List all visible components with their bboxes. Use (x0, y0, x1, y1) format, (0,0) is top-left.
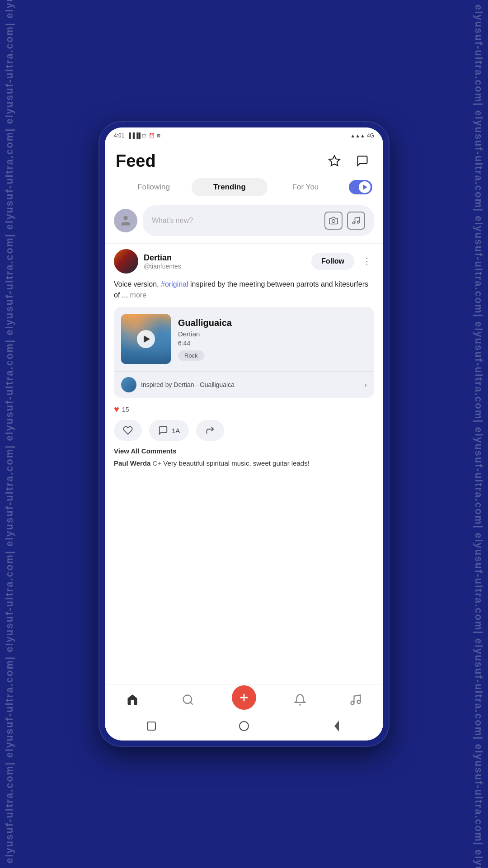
android-home-button[interactable] (236, 718, 252, 734)
view-all-comments[interactable]: View All Comments (114, 447, 374, 455)
action-buttons-row: 1A (114, 420, 374, 441)
composer-avatar (114, 209, 137, 232)
svg-line-6 (191, 702, 193, 704)
bell-icon (293, 693, 307, 707)
music-nav-icon (348, 693, 363, 707)
status-icons: ⏰ ⚙ (149, 133, 161, 139)
post-actions-right: Follow ⋮ (311, 253, 374, 270)
nav-music[interactable] (344, 691, 367, 709)
comment-emoji: C+ (153, 459, 162, 467)
avatar-image (114, 249, 138, 274)
chat-button[interactable] (352, 151, 372, 171)
android-nav (105, 713, 383, 741)
home-circle-icon (239, 721, 249, 731)
toggle-thumb (359, 181, 371, 193)
music-card: Gualliguaica Dertian 6:44 Rock Inspired … (114, 307, 374, 398)
recents-icon (147, 722, 156, 731)
add-button[interactable] (232, 685, 256, 710)
tab-following[interactable]: Following (116, 178, 192, 196)
nav-home[interactable] (121, 691, 144, 709)
commenter-name: Paul Werda (114, 459, 150, 467)
post-card: Dertian @tianfuentes Follow ⋮ Voice vers… (105, 249, 383, 476)
composer-placeholder: What's new? (152, 217, 193, 225)
comment-preview: Paul Werda C+ Very beautiful spiritual m… (114, 458, 374, 469)
android-back-button[interactable] (328, 718, 345, 734)
post-text: Voice version, #original inspired by the… (114, 279, 374, 301)
signal-bars: 4G (367, 132, 374, 139)
status-left: 4:01 ▐▐▐▌□ ⏰ ⚙ (114, 132, 161, 139)
signal-icon: ▲▲▲ (350, 133, 365, 138)
nav-notifications[interactable] (288, 691, 312, 709)
status-right: ▲▲▲ 4G (350, 132, 374, 139)
notch (230, 127, 258, 133)
autoplay-toggle[interactable] (349, 180, 372, 194)
android-recents-button[interactable] (143, 718, 160, 734)
play-button[interactable] (137, 330, 155, 348)
post-hashtag[interactable]: #original (161, 280, 188, 288)
composer-input[interactable]: What's new? (143, 205, 374, 236)
page-title: Feed (116, 151, 156, 171)
avatar (114, 249, 138, 274)
svg-point-9 (351, 702, 354, 705)
svg-marker-0 (329, 156, 339, 165)
svg-point-5 (183, 695, 192, 704)
music-title: Gualliguaica (178, 318, 367, 328)
svg-point-3 (353, 222, 355, 224)
status-battery-icon: ▐▐▐▌□ (127, 132, 145, 139)
home-icon (125, 693, 140, 707)
tab-trending[interactable]: Trending (192, 178, 267, 196)
tab-foryou[interactable]: For You (267, 178, 343, 196)
music-icon-btn[interactable] (347, 212, 365, 230)
app-content: Feed Following (105, 144, 383, 684)
divider (105, 243, 383, 244)
follow-button[interactable]: Follow (311, 253, 354, 270)
comment-button[interactable]: 1A (149, 420, 189, 441)
heart-filled-icon: ♥ (114, 404, 119, 415)
watermark-left: elyusuf-ultra.com| elyusuf-ultra.com| el… (0, 0, 19, 868)
svg-point-2 (332, 220, 335, 223)
svg-point-10 (357, 700, 360, 703)
camera-icon-btn[interactable] (324, 212, 343, 230)
share-icon (205, 425, 215, 435)
nav-search[interactable] (176, 691, 200, 709)
inspired-avatar (121, 377, 136, 392)
likes-row: ♥ 15 (114, 404, 374, 415)
header: Feed (105, 144, 383, 175)
music-genre-badge: Rock (178, 350, 204, 361)
play-icon (363, 184, 367, 190)
inspired-text: Inspired by Dertian - Gualliguaica (141, 381, 360, 388)
post-header: Dertian @tianfuentes Follow ⋮ (114, 249, 374, 274)
music-duration: 6:44 (178, 340, 367, 347)
post-more-link[interactable]: more (130, 291, 146, 299)
svg-point-1 (123, 216, 127, 220)
composer-icons (324, 212, 365, 230)
header-icons (324, 151, 372, 171)
share-button[interactable] (196, 420, 224, 441)
music-artist: Dertian (178, 330, 367, 338)
heart-icon (123, 425, 133, 435)
post-username: Dertian (144, 253, 306, 263)
phone-screen: 4:01 ▐▐▐▌□ ⏰ ⚙ ▲▲▲ 4G Feed (105, 127, 383, 741)
chevron-right-icon: › (364, 380, 367, 390)
music-thumbnail (121, 314, 171, 364)
inspired-by-row[interactable]: Inspired by Dertian - Gualliguaica › (114, 371, 374, 398)
search-icon (181, 693, 195, 707)
more-options-button[interactable]: ⋮ (360, 254, 374, 269)
music-info: Gualliguaica Dertian 6:44 Rock (178, 318, 367, 361)
back-icon (334, 721, 339, 731)
status-time: 4:01 (114, 132, 124, 139)
bookmark-button[interactable] (324, 151, 344, 171)
svg-point-4 (357, 221, 360, 223)
bottom-nav (105, 684, 383, 713)
comment-text: Very beautiful spiritual music, sweet gu… (163, 459, 310, 467)
post-composer: What's new? (114, 205, 374, 236)
comment-count: 1A (172, 427, 180, 434)
tabs-row: Following Trending For You (105, 175, 383, 202)
play-triangle-icon (144, 335, 150, 343)
music-card-top: Gualliguaica Dertian 6:44 Rock (114, 307, 374, 371)
likes-count: 15 (122, 406, 129, 413)
post-text-before: Voice version, (114, 280, 161, 288)
like-button[interactable] (114, 420, 142, 441)
post-handle: @tianfuentes (144, 263, 306, 270)
post-meta: Dertian @tianfuentes (144, 253, 306, 270)
